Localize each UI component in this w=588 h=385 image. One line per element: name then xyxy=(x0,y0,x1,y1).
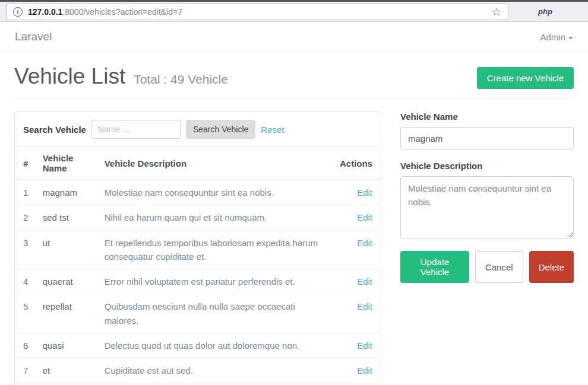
reset-link[interactable]: Reset xyxy=(261,125,284,135)
create-vehicle-button[interactable]: Create new Vehicle xyxy=(477,67,574,89)
col-header-description: Vehicle Description xyxy=(100,147,335,180)
table-header-row: # Vehicle Name Vehicle Description Actio… xyxy=(15,147,381,180)
table-row: 2 sed tst Nihil ea harum quam qui et sit… xyxy=(15,205,381,230)
cancel-button[interactable]: Cancel xyxy=(475,251,523,283)
col-header-name: Vehicle Name xyxy=(38,147,100,180)
edit-link[interactable]: Edit xyxy=(357,276,372,287)
extension-area: php xyxy=(508,7,582,16)
col-header-actions: Actions xyxy=(335,147,381,180)
vehicle-name-label: Vehicle Name xyxy=(400,112,574,122)
table-row: 7 et Cupiditate est aut sed. Edit xyxy=(15,358,381,383)
brand-logo[interactable]: Laravel xyxy=(15,30,52,43)
php-extension-badge[interactable]: php xyxy=(538,7,552,16)
table-row: 6 quasi Delectus quod ut quas dolor aut … xyxy=(15,333,381,358)
search-label: Search Vehicle xyxy=(23,125,86,135)
bookmark-star-icon[interactable]: ☆ xyxy=(492,7,501,17)
delete-button[interactable]: Delete xyxy=(529,251,574,283)
search-button[interactable]: Search Vehicle xyxy=(186,120,255,139)
browser-chrome: i 127.0.0.1:8000/vehicles?action=edit&id… xyxy=(0,0,588,22)
edit-link[interactable]: Edit xyxy=(357,238,372,248)
edit-vehicle-form: Vehicle Name Vehicle Description Molesti… xyxy=(400,112,574,283)
address-bar[interactable]: i 127.0.0.1:8000/vehicles?action=edit&id… xyxy=(6,4,508,20)
url-text: 127.0.0.1:8000/vehicles?action=edit&id=7 xyxy=(28,7,182,17)
table-row: 5 repellat Quibusdam nesciunt nulla null… xyxy=(15,294,381,333)
edit-link[interactable]: Edit xyxy=(357,187,372,198)
admin-dropdown-label: Admin xyxy=(540,32,565,42)
table-row: 4 quaerat Error nihil voluptatem est par… xyxy=(15,269,381,294)
table-row: 1 magnam Molestiae nam consequuntur sint… xyxy=(15,180,381,205)
vehicle-table: # Vehicle Name Vehicle Description Actio… xyxy=(15,147,381,385)
update-vehicle-button[interactable]: Update Vehicle xyxy=(400,251,469,283)
page-header: Vehicle List Total : 49 Vehicle Create n… xyxy=(14,64,574,89)
vehicle-table-body: 1 magnam Molestiae nam consequuntur sint… xyxy=(15,180,381,385)
vehicle-description-textarea[interactable]: Molestiae nam consequuntur sint ea nobis… xyxy=(400,176,574,238)
header-divider xyxy=(14,98,574,98)
col-header-num: # xyxy=(15,147,38,180)
site-info-icon[interactable]: i xyxy=(13,7,23,17)
edit-link[interactable]: Edit xyxy=(357,212,372,222)
chevron-down-icon xyxy=(568,37,573,39)
table-row: 3 ut Et repellendus temporibus laboriosa… xyxy=(15,230,381,269)
search-input[interactable] xyxy=(91,120,181,139)
vehicle-description-label: Vehicle Description xyxy=(400,161,574,171)
url-path: :8000/vehicles?action=edit&id=7 xyxy=(62,7,182,17)
navbar: Laravel Admin xyxy=(0,22,588,52)
page-title: Vehicle List xyxy=(14,64,125,89)
main-content: Vehicle List Total : 49 Vehicle Create n… xyxy=(0,52,588,385)
edit-link[interactable]: Edit xyxy=(357,301,372,311)
admin-dropdown[interactable]: Admin xyxy=(540,32,573,42)
total-count-label: Total : 49 Vehicle xyxy=(134,72,228,87)
search-bar: Search Vehicle Search Vehicle Reset xyxy=(15,112,381,147)
edit-link[interactable]: Edit xyxy=(357,365,372,376)
form-buttons: Update Vehicle Cancel Delete xyxy=(400,251,574,283)
vehicle-list-card: Search Vehicle Search Vehicle Reset # Ve… xyxy=(14,112,381,385)
vehicle-name-input[interactable] xyxy=(400,127,574,149)
edit-link[interactable]: Edit xyxy=(357,341,372,351)
url-host: 127.0.0.1 xyxy=(28,7,62,17)
